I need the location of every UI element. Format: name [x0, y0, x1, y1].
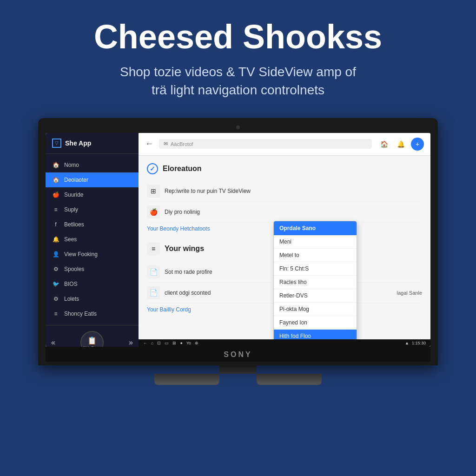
- back-icon[interactable]: ←: [143, 341, 147, 345]
- dropdown-item-3[interactable]: Racles liho: [274, 276, 357, 289]
- subtitle-line1: Shop tozie videos & TV SideView amp of t…: [94, 63, 382, 99]
- nav-item-view-fooking[interactable]: 👤 View Fooking: [46, 247, 139, 262]
- tv-screen: ▽ She App 🏠 Nomo 🏠 Deolaoter 🍎 Suuride: [46, 133, 430, 347]
- right-arrow[interactable]: »: [129, 338, 133, 347]
- dropdown-item-2[interactable]: Fln: 5 Cht:S: [274, 262, 357, 276]
- dropdown-item-1[interactable]: Metel to: [274, 249, 357, 262]
- facebook-icon: f: [52, 221, 60, 228]
- dropdown-menu: Oprdale Sano Meni Metel to Fln: 5 Cht:S …: [273, 221, 357, 339]
- user-icon: 👤: [52, 251, 60, 258]
- dropdown-item-7[interactable]: Hith fod Floo: [274, 330, 357, 339]
- home-btn[interactable]: 🏠: [377, 138, 390, 151]
- menu2-icon[interactable]: ▭: [165, 341, 169, 345]
- topbar-icons: 🏠 🔔 +: [377, 138, 424, 151]
- list2-icon: ≡: [147, 242, 160, 255]
- app-title: She App: [65, 139, 91, 147]
- content-body: ✓ Eloreatuon ⊞ Rep:iwrite to nur puin TV…: [139, 156, 430, 339]
- nav-item-deolaoter[interactable]: 🏠 Deolaoter: [46, 172, 139, 187]
- doc2-icon: 📄: [147, 286, 160, 299]
- main-title: Cheesed Shookss: [94, 19, 382, 55]
- bell-icon: 🔔: [52, 236, 60, 243]
- nav-item-shoncy[interactable]: ≡ Shoncy Eatls: [46, 306, 139, 321]
- home2-icon: 🏠: [52, 176, 60, 184]
- topbar: ← ✉ AàcBrotof 🏠 🔔 +: [139, 133, 430, 156]
- bottom-widget[interactable]: 📋 Welo Dgpso: [80, 331, 104, 347]
- time-display: 1:15:30: [412, 341, 426, 345]
- dropdown-item-5[interactable]: Pi-okta Mog: [274, 303, 357, 316]
- gear2-icon: ⚙: [52, 295, 60, 303]
- tv-stand-neck-container: [38, 365, 438, 374]
- gear-icon: ⚙: [52, 265, 60, 273]
- row2: 🍎 Diy pro nolinig: [147, 202, 422, 223]
- app-logo: ▽: [52, 139, 61, 148]
- dropdown-item-4[interactable]: Retler-DVS: [274, 289, 357, 303]
- nav-item-lolets[interactable]: ⚙ Lolets: [46, 291, 139, 306]
- back-button[interactable]: ←: [145, 139, 153, 149]
- tv-container: ▽ She App 🏠 Nomo 🏠 Deolaoter 🍎 Suuride: [38, 118, 438, 385]
- add-btn[interactable]: +: [411, 138, 424, 151]
- nav-item-sees[interactable]: 🔔 Sees: [46, 232, 139, 247]
- android-status-bar: ← ⌂ ⊡ ▭ ⊞ ● Yo ⊕ ▲ 1:15:30: [139, 339, 430, 347]
- dropdown-item-6[interactable]: Fayned Ion: [274, 316, 357, 330]
- dropdown-header: Oprdale Sano: [274, 221, 357, 235]
- home-icon: 🏠: [52, 161, 60, 169]
- doc-icon: 📄: [147, 265, 160, 278]
- tv-camera: [236, 126, 240, 129]
- status-right: ▲ 1:15:30: [405, 341, 426, 345]
- nav-item-betlioes[interactable]: f Betlioes: [46, 217, 139, 232]
- status-left: ← ⌂ ⊡ ▭ ⊞ ● Yo ⊕: [143, 341, 198, 345]
- brand-label: SONY: [46, 349, 430, 361]
- circle-icon[interactable]: ●: [180, 341, 182, 345]
- sidebar: ▽ She App 🏠 Nomo 🏠 Deolaoter 🍎 Suuride: [46, 133, 139, 347]
- apple2-icon: 🍎: [147, 205, 160, 218]
- row1: ⊞ Rep:iwrite to nur puin TV SideView: [147, 181, 422, 202]
- section1-title: ✓ Eloreatuon: [147, 163, 422, 174]
- sidebar-nav: 🏠 Nomo 🏠 Deolaoter 🍎 Suuride ≡ Suply: [46, 154, 139, 325]
- home-status-icon[interactable]: ⌂: [151, 341, 153, 345]
- apple-icon: 🍎: [52, 191, 60, 198]
- nav-item-suuride[interactable]: 🍎 Suuride: [46, 187, 139, 202]
- check-icon: ✓: [147, 163, 158, 174]
- tv-stand-neck: [219, 365, 257, 374]
- email-icon: ✉: [164, 141, 168, 147]
- tv-stand-base: [38, 374, 438, 385]
- user-btn[interactable]: 🔔: [394, 138, 407, 151]
- grid2-icon[interactable]: ⊞: [172, 341, 176, 345]
- sidebar-header: ▽ She App: [46, 133, 139, 154]
- sidebar-bottom: « 📋 Welo Dgpso »: [46, 325, 139, 347]
- nav-item-bios[interactable]: 🐦 BIOS: [46, 277, 139, 291]
- wifi-icon: ⊕: [195, 341, 198, 345]
- tv-bottom-bar: SONY: [46, 347, 430, 362]
- tv-frame: ▽ She App 🏠 Nomo 🏠 Deolaoter 🍎 Suuride: [38, 118, 438, 365]
- search-bar[interactable]: ✉ AàcBrotof: [159, 139, 372, 149]
- stand-leg-left: [154, 374, 219, 385]
- twitter-icon: 🐦: [52, 280, 60, 288]
- left-arrow[interactable]: «: [51, 338, 55, 347]
- signal-icon: ▲: [405, 341, 409, 345]
- nav-item-spooles[interactable]: ⚙ Spooles: [46, 262, 139, 277]
- nav-item-nomo[interactable]: 🏠 Nomo: [46, 158, 139, 172]
- header-section: Cheesed Shookss Shop tozie videos & TV S…: [66, 0, 410, 109]
- dots-icon: Yo: [186, 341, 191, 345]
- main-content: ← ✉ AàcBrotof 🏠 🔔 + ✓: [139, 133, 430, 347]
- stand-leg-right: [257, 374, 322, 385]
- nav-item-suply[interactable]: ≡ Suply: [46, 202, 139, 217]
- app-switch-icon[interactable]: ⊡: [157, 341, 161, 345]
- grid-icon: ⊞: [147, 185, 160, 198]
- dropdown-item-0[interactable]: Meni: [274, 235, 357, 249]
- menu-icon: ≡: [52, 206, 60, 213]
- list-icon: ≡: [52, 310, 60, 317]
